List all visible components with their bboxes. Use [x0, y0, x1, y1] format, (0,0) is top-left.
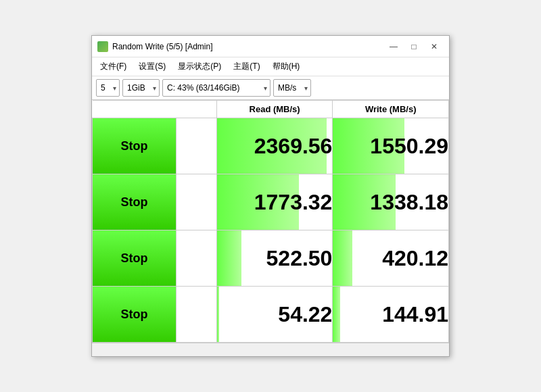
table-header-row: Read (MB/s) Write (MB/s)	[93, 101, 449, 118]
close-button[interactable]: ✕	[425, 40, 444, 53]
write-bar-4	[333, 287, 339, 342]
unit-select-wrapper[interactable]: MB/s	[273, 79, 311, 97]
size-select-wrapper[interactable]: 1GiB	[122, 79, 160, 97]
write-value-3: 420.12	[382, 246, 448, 270]
window-title: Random Write (5/5) [Admin]	[112, 42, 213, 51]
read-value-4: 54.22	[278, 302, 332, 326]
stop-cell-1: Stop	[93, 118, 217, 174]
stop-button-2[interactable]: Stop	[93, 174, 177, 230]
write-value-cell-1: 1550.29	[333, 118, 449, 174]
results-table: Read (MB/s) Write (MB/s) Stop 2369.56 15…	[92, 100, 449, 343]
stop-cell-3: Stop	[93, 230, 217, 287]
stop-button-4[interactable]: Stop	[93, 287, 177, 342]
header-write: Write (MB/s)	[333, 101, 449, 118]
title-bar-left: Random Write (5/5) [Admin]	[97, 41, 213, 52]
menu-bar: 文件(F) 设置(S) 显示状态(P) 主题(T) 帮助(H)	[92, 57, 449, 76]
write-bar-3	[333, 230, 352, 286]
stop-cell-4: Stop	[93, 287, 217, 343]
status-bar	[92, 343, 449, 356]
read-bar-4	[217, 287, 219, 342]
table-row: Stop 522.50 420.12	[93, 230, 449, 287]
write-value-4: 144.91	[382, 302, 448, 326]
read-value-cell-2: 1773.32	[216, 174, 333, 230]
minimize-button[interactable]: —	[384, 40, 403, 53]
drive-select-wrapper[interactable]: C: 43% (63/146GiB)	[162, 79, 270, 97]
toolbar: 5 1GiB C: 43% (63/146GiB) MB/s	[92, 76, 449, 100]
stop-cell-2: Stop	[93, 174, 217, 230]
app-icon	[97, 41, 108, 52]
write-value-2: 1338.18	[370, 190, 448, 214]
table-row: Stop 54.22 144.91	[93, 287, 449, 343]
unit-select[interactable]: MB/s	[274, 80, 310, 96]
maximize-button[interactable]: □	[404, 40, 423, 53]
title-bar-controls: — □ ✕	[384, 40, 444, 53]
write-value-cell-4: 144.91	[333, 287, 449, 343]
stop-button-1[interactable]: Stop	[93, 118, 177, 174]
read-value-cell-1: 2369.56	[216, 118, 333, 174]
menu-help[interactable]: 帮助(H)	[267, 59, 306, 74]
main-content: Read (MB/s) Write (MB/s) Stop 2369.56 15…	[92, 100, 449, 343]
read-value-3: 522.50	[266, 246, 333, 270]
read-value-cell-3: 522.50	[216, 230, 333, 287]
read-bar-3	[217, 230, 241, 286]
read-value-2: 1773.32	[254, 190, 333, 214]
table-row: Stop 2369.56 1550.29	[93, 118, 449, 174]
write-value-1: 1550.29	[370, 134, 448, 158]
menu-display[interactable]: 显示状态(P)	[172, 59, 227, 74]
drive-select[interactable]: C: 43% (63/146GiB)	[163, 80, 254, 96]
write-value-cell-3: 420.12	[333, 230, 449, 287]
header-empty	[93, 101, 217, 118]
write-value-cell-2: 1338.18	[333, 174, 449, 230]
header-read: Read (MB/s)	[216, 101, 333, 118]
passes-select-wrapper[interactable]: 5	[96, 79, 120, 97]
menu-file[interactable]: 文件(F)	[95, 59, 132, 74]
menu-settings[interactable]: 设置(S)	[133, 59, 171, 74]
read-value-cell-4: 54.22	[216, 287, 333, 343]
size-select[interactable]: 1GiB	[123, 80, 159, 96]
stop-button-3[interactable]: Stop	[93, 230, 177, 286]
table-row: Stop 1773.32 1338.18	[93, 174, 449, 230]
title-bar: Random Write (5/5) [Admin] — □ ✕	[92, 36, 449, 57]
passes-select[interactable]: 5	[97, 80, 119, 96]
main-window: Random Write (5/5) [Admin] — □ ✕ 文件(F) 设…	[91, 35, 450, 357]
read-value-1: 2369.56	[254, 134, 333, 158]
menu-theme[interactable]: 主题(T)	[228, 59, 265, 74]
